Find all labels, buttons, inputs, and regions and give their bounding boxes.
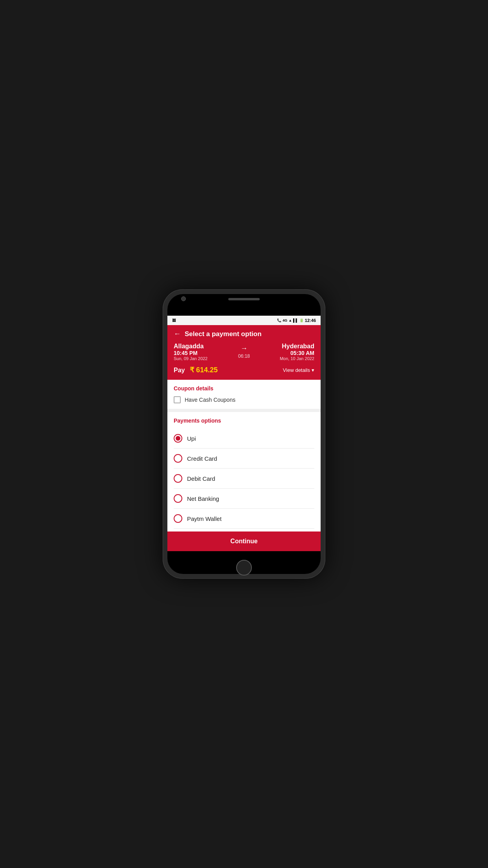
- status-bar: 🖼 📞 4G ▲ ▌▌ 🔋 12:46: [167, 316, 321, 325]
- payment-option-mobikwik[interactable]: Mobikwik Wallet: [174, 529, 314, 531]
- payment-option-credit-card[interactable]: Credit Card: [174, 449, 314, 469]
- time-display: 12:46: [305, 318, 316, 323]
- payment-option-upi[interactable]: Upi: [174, 428, 314, 449]
- from-date: Sun, 09 Jan 2022: [174, 356, 238, 361]
- call-icon: 📞: [277, 318, 281, 322]
- option-label-paytm: Paytm Wallet: [187, 515, 222, 522]
- header-nav: ← Select a payment option: [174, 330, 314, 338]
- payment-option-net-banking[interactable]: Net Banking: [174, 489, 314, 509]
- status-left: 🖼: [172, 318, 176, 322]
- option-label-net-banking: Net Banking: [187, 495, 219, 502]
- radio-net-banking[interactable]: [174, 494, 182, 503]
- status-right: 📞 4G ▲ ▌▌ 🔋 12:46: [277, 318, 316, 323]
- cash-coupon-checkbox[interactable]: [174, 396, 181, 403]
- option-label-upi: Upi: [187, 435, 196, 442]
- payment-option-paytm[interactable]: Paytm Wallet: [174, 509, 314, 529]
- home-button[interactable]: [236, 560, 252, 576]
- to-date: Mon, 10 Jan 2022: [250, 356, 314, 361]
- phone-camera: [181, 296, 186, 301]
- coupon-section-title: Coupon details: [174, 385, 314, 392]
- pay-label: Pay: [174, 367, 185, 373]
- radio-upi-inner: [176, 436, 180, 441]
- payment-option-debit-card[interactable]: Debit Card: [174, 469, 314, 489]
- battery-icon: 🔋: [299, 318, 304, 322]
- network-4g: 4G: [283, 318, 287, 322]
- coupon-section: Coupon details Have Cash Coupons: [167, 380, 321, 412]
- from-city: Allagadda: [174, 343, 238, 350]
- option-label-credit-card: Credit Card: [187, 455, 217, 462]
- route-to: Hyderabad 05:30 AM Mon, 10 Jan 2022: [250, 343, 314, 361]
- radio-paytm[interactable]: [174, 514, 182, 523]
- screen: 🖼 📞 4G ▲ ▌▌ 🔋 12:46 ← Select a payment o…: [167, 316, 321, 551]
- view-details-label: View details: [283, 367, 310, 373]
- route-middle: → 06:18: [238, 343, 250, 359]
- signal-bars: ▌▌: [293, 318, 298, 322]
- payment-header: ← Select a payment option Allagadda 10:4…: [167, 325, 321, 380]
- content-area: Coupon details Have Cash Coupons Payment…: [167, 380, 321, 531]
- notification-icon: 🖼: [172, 318, 176, 322]
- phone-frame: 🖼 📞 4G ▲ ▌▌ 🔋 12:46 ← Select a payment o…: [163, 289, 325, 579]
- radio-upi[interactable]: [174, 434, 182, 443]
- back-button[interactable]: ←: [174, 330, 181, 338]
- continue-button[interactable]: Continue: [167, 531, 321, 551]
- phone-screen-container: 🖼 📞 4G ▲ ▌▌ 🔋 12:46 ← Select a payment o…: [167, 294, 321, 574]
- trip-duration: 06:18: [238, 353, 250, 359]
- view-details-button[interactable]: View details ▾: [283, 367, 314, 373]
- payment-section-title: Payments options: [174, 417, 314, 424]
- route-from: Allagadda 10:45 PM Sun, 09 Jan 2022: [174, 343, 238, 361]
- cash-coupon-label: Have Cash Coupons: [185, 397, 235, 403]
- page-title: Select a payment option: [185, 330, 262, 338]
- payment-options-section: Payments options Upi Credit Card Debit: [167, 412, 321, 531]
- to-city: Hyderabad: [250, 343, 314, 350]
- route-info: Allagadda 10:45 PM Sun, 09 Jan 2022 → 06…: [174, 343, 314, 361]
- coupon-checkbox-row[interactable]: Have Cash Coupons: [174, 396, 314, 403]
- route-arrow-icon: →: [240, 344, 248, 353]
- to-time: 05:30 AM: [250, 350, 314, 356]
- from-time: 10:45 PM: [174, 350, 238, 356]
- wifi-icon: ▲: [288, 318, 292, 322]
- phone-speaker: [228, 298, 260, 300]
- option-label-debit-card: Debit Card: [187, 475, 215, 482]
- pay-amount: ₹ 614.25: [190, 366, 218, 374]
- radio-credit-card[interactable]: [174, 454, 182, 463]
- chevron-down-icon: ▾: [312, 367, 314, 373]
- pay-info: Pay ₹ 614.25: [174, 366, 218, 374]
- pay-row: Pay ₹ 614.25 View details ▾: [174, 366, 314, 374]
- radio-debit-card[interactable]: [174, 474, 182, 483]
